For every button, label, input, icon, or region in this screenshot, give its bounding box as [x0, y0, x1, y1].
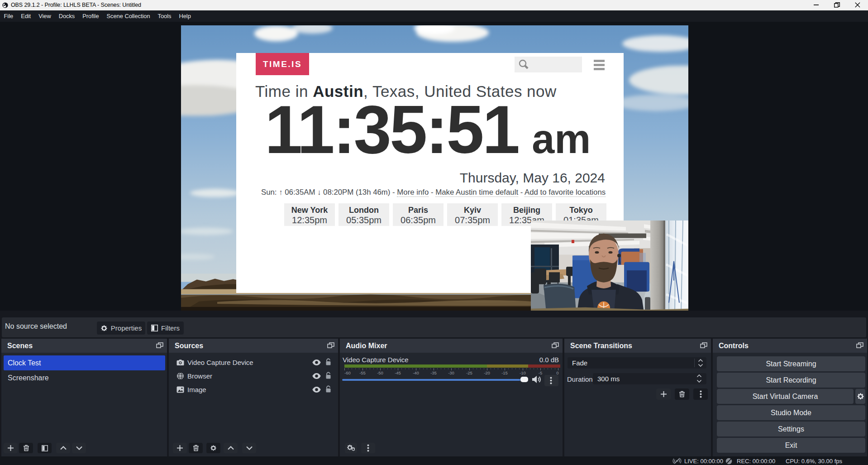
svg-text:-10: -10	[520, 370, 526, 374]
svg-text:-5: -5	[539, 370, 542, 374]
svg-text:-55: -55	[359, 370, 366, 374]
svg-text:-35: -35	[430, 370, 437, 374]
svg-text:-60: -60	[344, 370, 351, 374]
svg-text:-45: -45	[395, 370, 401, 374]
svg-text:-50: -50	[377, 370, 383, 374]
svg-text:-20: -20	[484, 370, 490, 374]
svg-text:-30: -30	[448, 370, 454, 374]
svg-text:-25: -25	[466, 370, 472, 374]
svg-text:-15: -15	[501, 370, 508, 374]
svg-text:0: 0	[556, 370, 558, 374]
svg-text:-40: -40	[413, 370, 419, 374]
